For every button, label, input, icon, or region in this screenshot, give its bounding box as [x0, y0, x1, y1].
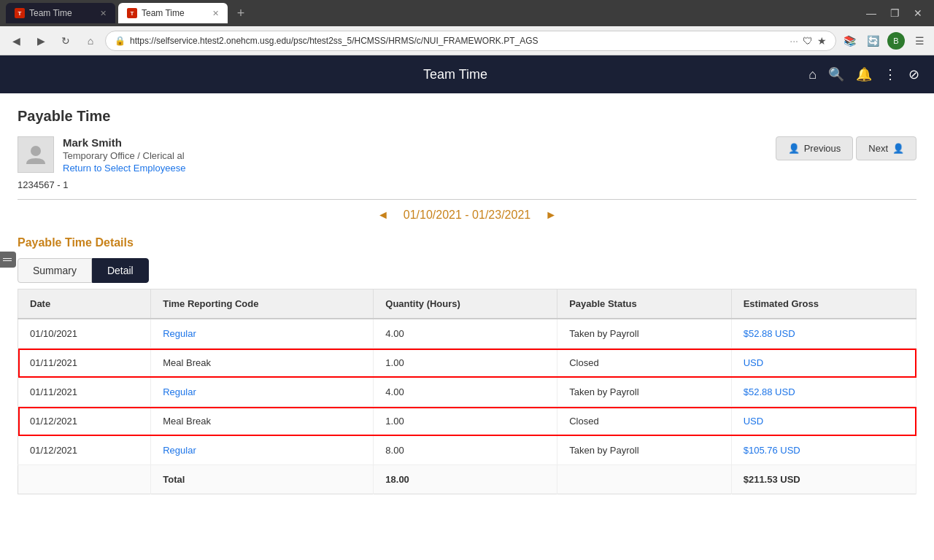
employee-details: Mark Smith Temporary Office / Clerical a…	[63, 136, 185, 174]
cell-status: Closed	[557, 407, 732, 436]
back-button[interactable]: ◀	[6, 31, 26, 51]
return-to-select-link[interactable]: Return to Select Employeese	[63, 163, 185, 174]
total-label-empty	[18, 465, 151, 494]
app-header-icons: ⌂ 🔍 🔔 ⋮ ⊘	[808, 66, 919, 82]
cell-date: 01/12/2021	[18, 436, 151, 465]
payable-time-table: Date Time Reporting Code Quantity (Hours…	[18, 289, 916, 494]
restore-button[interactable]: ❐	[884, 6, 905, 20]
total-gross: $211.53 USD	[731, 465, 916, 494]
tab-summary[interactable]: Summary	[18, 258, 92, 283]
cell-time-code: Regular	[151, 436, 374, 465]
cell-date: 01/10/2021	[18, 319, 151, 349]
cell-gross: $52.88 USD	[731, 319, 916, 349]
nav-icons: 📚 🔄 B ☰	[841, 32, 928, 50]
tab-close-2[interactable]: ✕	[212, 9, 219, 18]
col-header-gross: Estimated Gross	[731, 289, 916, 319]
main-content: || Payable Time Mark Smith Temporary Off…	[0, 93, 934, 509]
section-header: Payable Time Details	[18, 236, 916, 249]
cell-quantity: 1.00	[374, 407, 557, 436]
table-row: 01/12/2021Meal Break1.00ClosedUSD	[18, 407, 916, 436]
app-search-icon[interactable]: 🔍	[828, 66, 844, 82]
date-next-arrow[interactable]: ►	[545, 209, 557, 222]
table-header-row: Date Time Reporting Code Quantity (Hours…	[18, 289, 916, 319]
app-title: Team Time	[102, 67, 808, 82]
bookmarks-icon[interactable]: 📚	[841, 32, 858, 50]
tab-favicon-2: T	[127, 8, 137, 18]
table-row: 01/12/2021Regular8.00Taken by Payroll$10…	[18, 436, 916, 465]
app-header: Team Time ⌂ 🔍 🔔 ⋮ ⊘	[0, 55, 934, 93]
table-body: 01/10/2021Regular4.00Taken by Payroll$52…	[18, 319, 916, 494]
window-controls: — ❐ ✕	[861, 6, 928, 20]
cell-date: 01/12/2021	[18, 407, 151, 436]
cell-time-code: Regular	[151, 378, 374, 407]
cell-gross: $52.88 USD	[731, 378, 916, 407]
next-label: Next	[868, 143, 888, 154]
employee-title: Temporary Office / Clerical al	[63, 150, 185, 161]
employee-section: Mark Smith Temporary Office / Clerical a…	[18, 136, 916, 174]
cell-gross: USD	[731, 407, 916, 436]
forward-button[interactable]: ▶	[31, 31, 51, 51]
table-row: 01/11/2021Meal Break1.00ClosedUSD	[18, 349, 916, 378]
cell-quantity: 1.00	[374, 349, 557, 378]
browser-tab-1[interactable]: T Team Time ✕	[6, 3, 115, 23]
table-total-row: Total18.00$211.53 USD	[18, 465, 916, 494]
col-header-status: Payable Status	[557, 289, 732, 319]
next-button[interactable]: Next 👤	[856, 136, 916, 160]
close-button[interactable]: ✕	[908, 6, 928, 20]
nav-buttons: 👤 Previous Next 👤	[776, 136, 916, 160]
col-header-time-code: Time Reporting Code	[151, 289, 374, 319]
total-quantity: 18.00	[374, 465, 557, 494]
cell-status: Taken by Payroll	[557, 436, 732, 465]
cell-status: Taken by Payroll	[557, 319, 732, 349]
cell-status: Taken by Payroll	[557, 378, 732, 407]
divider-1	[18, 199, 916, 200]
total-label: Total	[151, 465, 374, 494]
profile-icon[interactable]: B	[887, 32, 905, 50]
cell-time-code: Meal Break	[151, 407, 374, 436]
menu-icon[interactable]: ☰	[911, 32, 928, 50]
app-home-icon[interactable]: ⌂	[808, 67, 817, 82]
app-more-icon[interactable]: ⋮	[884, 66, 897, 82]
tab-close-1[interactable]: ✕	[100, 9, 107, 18]
side-collapse-tab[interactable]: ||	[0, 252, 16, 268]
employee-name: Mark Smith	[63, 136, 185, 149]
tab-bar: T Team Time ✕ T Team Time ✕ + — ❐ ✕	[0, 0, 934, 26]
tabs-container: Summary Detail	[18, 258, 916, 283]
col-header-date: Date	[18, 289, 151, 319]
app-bell-icon[interactable]: 🔔	[856, 66, 872, 82]
cell-quantity: 4.00	[374, 319, 557, 349]
date-nav: ◄ 01/10/2021 - 01/23/2021 ►	[18, 209, 916, 222]
svg-point-0	[31, 146, 41, 156]
previous-button[interactable]: 👤 Previous	[776, 136, 854, 160]
page-title: Payable Time	[18, 108, 916, 125]
tab-favicon-1: T	[15, 8, 25, 18]
cell-date: 01/11/2021	[18, 349, 151, 378]
browser-tab-2[interactable]: T Team Time ✕	[118, 3, 228, 23]
cell-date: 01/11/2021	[18, 378, 151, 407]
app-block-icon[interactable]: ⊘	[908, 66, 919, 82]
next-icon: 👤	[892, 143, 904, 154]
cell-quantity: 4.00	[374, 378, 557, 407]
tab-detail[interactable]: Detail	[92, 258, 149, 283]
address-text[interactable]: https://selfservice.htest2.onehcm.usg.ed…	[130, 36, 785, 46]
previous-label: Previous	[804, 143, 841, 154]
browser-sync-icon[interactable]: 🔄	[864, 32, 881, 50]
employee-info: Mark Smith Temporary Office / Clerical a…	[18, 136, 185, 174]
tab-label-1: Team Time	[29, 8, 72, 18]
tab-label-2: Team Time	[142, 8, 185, 18]
previous-icon: 👤	[788, 143, 800, 154]
cell-quantity: 8.00	[374, 436, 557, 465]
cell-status: Closed	[557, 349, 732, 378]
minimize-button[interactable]: —	[861, 6, 881, 20]
table-row: 01/10/2021Regular4.00Taken by Payroll$52…	[18, 319, 916, 349]
col-header-quantity: Quantity (Hours)	[374, 289, 557, 319]
cell-time-code: Regular	[151, 319, 374, 349]
browser-window: T Team Time ✕ T Team Time ✕ + — ❐ ✕ ◀ ▶ …	[0, 0, 934, 509]
refresh-button[interactable]: ↻	[55, 31, 76, 51]
cell-gross: $105.76 USD	[731, 436, 916, 465]
nav-bar: ◀ ▶ ↻ ⌂ 🔒 https://selfservice.htest2.one…	[0, 26, 934, 55]
home-button[interactable]: ⌂	[80, 31, 101, 51]
employee-id: 1234567 - 1	[18, 179, 916, 190]
date-prev-arrow[interactable]: ◄	[377, 209, 389, 222]
new-tab-button[interactable]: +	[231, 3, 251, 23]
